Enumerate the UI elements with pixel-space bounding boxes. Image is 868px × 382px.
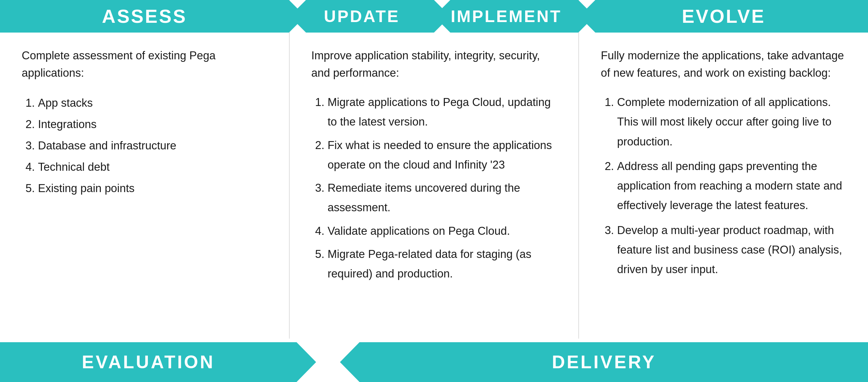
list-item: Migrate Pega-related data for staging (a…	[328, 245, 561, 284]
list-item: Migrate applications to Pega Cloud, upda…	[328, 93, 561, 132]
list-item: Existing pain points	[38, 178, 271, 199]
list-item: Complete modernization of all applicatio…	[617, 93, 850, 152]
list-item: App stacks	[38, 93, 271, 114]
update-implement-column: UPDATE IMPLEMENT Improve application sta…	[290, 0, 579, 339]
list-item: Integrations	[38, 114, 271, 135]
assess-content: Complete assessment of existing Pega app…	[0, 33, 289, 339]
evaluation-banner: EVALUATION	[0, 342, 297, 382]
evolve-list: Complete modernization of all applicatio…	[601, 93, 850, 279]
evolve-banner-label: EVOLVE	[682, 5, 765, 27]
list-item: Fix what is needed to ensure the applica…	[328, 136, 561, 175]
update-content: Improve application stability, integrity…	[290, 33, 579, 339]
bottom-section: EVALUATION DELIVERY	[0, 342, 868, 382]
update-list: Migrate applications to Pega Cloud, upda…	[311, 93, 561, 284]
evolve-content: Fully modernize the applications, take a…	[579, 33, 868, 339]
evaluation-label: EVALUATION	[82, 352, 215, 373]
list-item: Remediate items uncovered during the ass…	[328, 178, 561, 218]
assess-list: App stacks Integrations Database and inf…	[22, 93, 271, 199]
list-item: Develop a multi-year product roadmap, wi…	[617, 221, 850, 280]
assess-banner-label: ASSESS	[102, 5, 187, 27]
assess-intro: Complete assessment of existing Pega app…	[22, 47, 271, 82]
evolve-intro: Fully modernize the applications, take a…	[601, 47, 850, 82]
evolve-column: EVOLVE Fully modernize the applications,…	[579, 0, 868, 339]
delivery-banner: DELIVERY	[340, 342, 868, 382]
list-item: Address all pending gaps preventing the …	[617, 157, 850, 216]
assess-column: ASSESS Complete assessment of existing P…	[0, 0, 290, 339]
list-item: Database and infrastructure	[38, 135, 271, 157]
implement-banner-label: IMPLEMENT	[451, 7, 562, 26]
list-item: Validate applications on Pega Cloud.	[328, 221, 561, 241]
delivery-label: DELIVERY	[552, 352, 656, 373]
update-intro: Improve application stability, integrity…	[311, 47, 561, 82]
update-banner-label: UPDATE	[324, 7, 400, 26]
list-item: Technical debt	[38, 157, 271, 178]
